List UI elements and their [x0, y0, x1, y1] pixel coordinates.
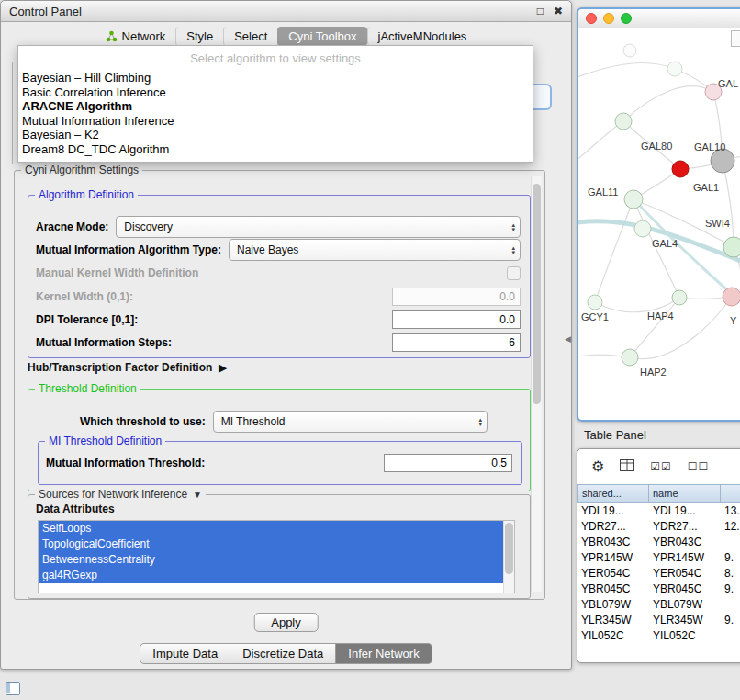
attribute-item-gal4rgexp[interactable]: gal4RGexp: [39, 568, 503, 583]
network-node-swi4[interactable]: [723, 237, 740, 257]
bottom-tab-impute-data[interactable]: Impute Data: [140, 643, 230, 664]
tab-style[interactable]: Style: [175, 27, 223, 46]
table-row[interactable]: YIL052CYIL052C: [577, 628, 740, 644]
network-edge[interactable]: [630, 298, 679, 357]
algorithm-option-bayesian-k2[interactable]: Bayesian – K2: [18, 128, 533, 142]
network-node-gal80[interactable]: [615, 113, 632, 130]
bottom-tab-discretize-data[interactable]: Discretize Data: [230, 643, 336, 664]
table-cell: YPR145W: [649, 550, 721, 566]
table-row[interactable]: YBR043CYBR043C: [577, 535, 740, 550]
hub-definition-toggle[interactable]: Hub/Transcription Factor Definition ▶: [28, 361, 227, 374]
which-threshold-value: MI Threshold: [221, 415, 286, 428]
columns-icon[interactable]: [620, 459, 634, 474]
table-row[interactable]: YLR345WYLR345W9.: [577, 613, 740, 628]
attribute-item-topologicalcoefficient[interactable]: TopologicalCoefficient: [39, 536, 503, 552]
table-cell: YER054C: [577, 566, 649, 581]
network-node[interactable]: [623, 44, 636, 57]
algorithm-option-mutual-information-inference[interactable]: Mutual Information Inference: [18, 114, 533, 129]
network-node-hap2[interactable]: [622, 349, 638, 366]
dpi-tolerance-row: DPI Tolerance [0,1]:: [36, 310, 521, 330]
network-node-gcy1[interactable]: [588, 295, 602, 310]
table-row[interactable]: YER054CYER054C8.: [577, 566, 740, 581]
network-node-hap4[interactable]: [672, 290, 687, 305]
network-node-gal11[interactable]: [624, 190, 643, 209]
network-edge[interactable]: [578, 121, 623, 166]
close-traffic-light[interactable]: [586, 13, 597, 24]
column-header-2[interactable]: [721, 484, 740, 503]
tab-select[interactable]: Select: [223, 27, 277, 46]
gear-icon[interactable]: ⚙: [591, 459, 604, 474]
node-label-y: Y: [730, 315, 737, 326]
sources-group-title[interactable]: Sources for Network Inference ▼: [35, 488, 206, 501]
bottom-tabs: Impute DataDiscretize DataInfer Network: [1, 643, 571, 664]
tab-network[interactable]: Network: [95, 27, 176, 46]
settings-scrollbar-thumb[interactable]: [533, 184, 541, 404]
network-window-titlebar[interactable]: [578, 9, 740, 28]
table-cell: 9.: [721, 613, 740, 628]
network-edge[interactable]: [630, 297, 732, 359]
table-cell: 13...: [721, 503, 740, 519]
mi-threshold-field[interactable]: [384, 454, 512, 472]
network-node-red[interactable]: [672, 161, 689, 177]
network-canvas[interactable]: GALGAL80GAL10GAL11GAL1SWI4GAL4GCY1HAP4HA…: [578, 28, 740, 419]
data-attributes-list[interactable]: SelfLoopsTopologicalCoefficientBetweenne…: [38, 520, 515, 593]
node-label-gal4: GAL4: [652, 238, 678, 249]
network-edge[interactable]: [723, 161, 734, 247]
float-window-icon[interactable]: □: [537, 6, 544, 17]
table-cell: YBR045C: [577, 581, 649, 597]
network-edge[interactable]: [595, 199, 633, 302]
splitter-collapse-icon[interactable]: ◀: [565, 334, 571, 344]
apply-button[interactable]: Apply: [253, 613, 319, 632]
mi-type-select[interactable]: Naive Bayes ▴▾: [229, 239, 521, 261]
network-canvas-wrap: GALGAL80GAL10GAL11GAL1SWI4GAL4GCY1HAP4HA…: [578, 28, 740, 419]
tab-label: Style: [186, 29, 213, 43]
table-row[interactable]: YBR045CYBR045C9.: [577, 581, 740, 597]
select-all-checks-icon[interactable]: ☑☑: [650, 460, 672, 473]
network-node-pink-right[interactable]: [723, 288, 740, 306]
mi-threshold-group: MI Threshold Definition Mutual Informati…: [38, 441, 522, 485]
tab-jactivemnodules[interactable]: jActiveMNodules: [367, 27, 477, 46]
table-row[interactable]: YDR27...YDR27...12...: [577, 519, 740, 535]
algorithm-option-dream8-dc-tdc-algorithm[interactable]: Dream8 DC_TDC Algorithm: [18, 142, 533, 157]
zoom-traffic-light[interactable]: [621, 13, 632, 24]
control-panel-titlebar[interactable]: Control Panel □ ✖: [1, 1, 571, 22]
algorithm-option-aracne-algorithm[interactable]: ARACNE Algorithm: [18, 99, 533, 114]
desktop: { "icons": { "float": "□", "close": "✖",…: [0, 0, 740, 700]
columns-icon-svg: [620, 459, 634, 471]
which-threshold-select[interactable]: MI Threshold ▴▾: [213, 411, 488, 433]
minimized-panel-icon[interactable]: [6, 682, 20, 695]
network-edge[interactable]: [623, 86, 713, 121]
close-window-icon[interactable]: ✖: [554, 6, 563, 17]
attribute-item-selfloops[interactable]: SelfLoops: [39, 521, 503, 536]
table-row[interactable]: YPR145WYPR145W9.: [577, 550, 740, 566]
manual-kernel-checkbox: [507, 266, 521, 280]
table-cell: YDL19...: [649, 503, 721, 519]
network-edge[interactable]: [578, 62, 675, 84]
settings-scrollbar[interactable]: [531, 176, 542, 592]
bottom-tab-infer-network[interactable]: Infer Network: [336, 643, 432, 664]
deselect-all-checks-icon[interactable]: ☐☐: [688, 460, 710, 473]
list-scrollbar[interactable]: [503, 521, 514, 593]
tab-cyni-toolbox[interactable]: Cyni Toolbox: [277, 27, 366, 46]
table-cell: YIL052C: [577, 628, 649, 644]
column-header-name[interactable]: name: [649, 484, 721, 503]
column-header-shared[interactable]: shared...: [577, 484, 649, 503]
algorithm-option-bayesian-hill-climbing[interactable]: Bayesian – Hill Climbing: [18, 71, 533, 85]
node-label-hap2: HAP2: [640, 367, 667, 378]
algorithm-option-basic-correlation-inference[interactable]: Basic Correlation Inference: [18, 85, 533, 100]
minimize-traffic-light[interactable]: [603, 13, 614, 24]
table-row[interactable]: YBL079WYBL079W: [577, 597, 740, 613]
network-node-gal4[interactable]: [634, 220, 651, 237]
tab-label: jActiveMNodules: [378, 29, 467, 43]
kernel-width-label: Kernel Width (0,1):: [36, 290, 133, 303]
table-row[interactable]: YDL19...YDL19...13...: [577, 503, 740, 519]
dpi-tolerance-field[interactable]: [392, 310, 521, 329]
attribute-item-betweennesscentrality[interactable]: BetweennessCentrality: [39, 552, 503, 568]
mi-steps-field[interactable]: [392, 333, 521, 352]
network-node[interactable]: [667, 62, 682, 76]
table-cell: YER054C: [649, 566, 721, 581]
aracne-mode-select[interactable]: Discovery ▴▾: [116, 216, 521, 238]
table-cell: YDR27...: [577, 519, 649, 535]
network-scrollbar[interactable]: [731, 30, 740, 47]
list-scrollbar-thumb[interactable]: [505, 523, 513, 574]
